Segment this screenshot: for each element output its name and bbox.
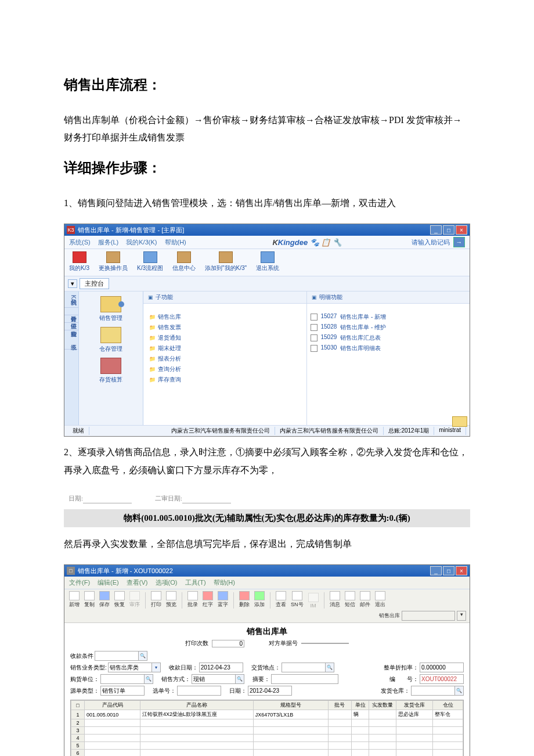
discount-field[interactable]: 0.000000 [420,663,464,672]
checkbox-icon[interactable] [311,345,317,352]
col-spec[interactable]: 规格型号 [253,701,328,710]
menu-option[interactable]: 选项(O) [156,579,178,586]
col-qty[interactable]: 实发数量 [369,701,396,710]
menu-edit[interactable]: 编辑(E) [98,579,119,586]
menu-system[interactable]: 系统(S) [69,239,91,246]
menu-help[interactable]: 帮助(H) [214,579,235,586]
ship-wh-field[interactable] [411,686,455,696]
tb-audit[interactable]: 审序 [128,591,141,609]
tb-blue[interactable]: 蓝字 [217,591,229,609]
minimize-button[interactable]: _ [430,566,442,575]
buyer-field[interactable] [100,674,145,684]
menu-help[interactable]: 帮助(H) [165,239,186,246]
tb-mail[interactable]: 邮件 [359,591,371,609]
grid-row[interactable]: 1 001.005.0010 江铃驭胜4X2柴油L款珍珠黑五座 JX6470T3… [71,710,463,719]
subfunc-item[interactable]: 销售出库 [149,312,301,322]
tb-save[interactable]: 保存 [98,591,111,609]
lookup-icon[interactable]: 🔍 [145,674,153,684]
maximize-button[interactable]: □ [443,225,454,235]
detail-item[interactable]: 15028销售出库单 - 维护 [311,322,467,333]
tb-add-myk3[interactable]: 添加到"我的K/3" [205,251,247,272]
tb-flowchart[interactable]: K/3流程图 [137,251,163,272]
module-inventory[interactable]: 存货核算 [79,358,143,384]
grid-row[interactable]: 5 [71,742,463,750]
detail-item[interactable]: 15030销售出库明细表 [311,343,467,354]
menu-view[interactable]: 查看(V) [127,579,148,586]
lookup-icon[interactable]: 🔍 [455,686,464,696]
tb-preview[interactable]: 预览 [165,591,178,609]
opposite-no-field[interactable] [301,643,349,644]
menu-myk3[interactable]: 我的K/3(K) [126,239,157,246]
checkbox-icon[interactable] [311,324,317,331]
close-button[interactable]: × [456,566,467,575]
date-input[interactable] [83,493,132,503]
minimize-button[interactable]: _ [430,225,442,235]
tab-dropdown-icon[interactable]: ▾ [68,279,77,288]
sidetab-finance[interactable]: 财务会计 [64,308,78,315]
tb-msg[interactable]: 消息 [329,591,341,609]
tb-switch-operator[interactable]: 更换操作员 [99,251,128,272]
col-batch[interactable]: 批号 [328,701,352,710]
titlebar[interactable]: □ 销售出库单 - 新增 - XOUT000022 _ □ × [64,565,470,577]
tb-sn[interactable]: SN号 [290,591,305,609]
second-date-input[interactable] [182,493,231,503]
menu-service[interactable]: 服务(L) [98,239,118,246]
checkbox-icon[interactable] [311,334,317,341]
subfunc-item[interactable]: 销售发票 [149,322,301,333]
tb-restore[interactable]: 恢复 [113,591,126,609]
checkbox-icon[interactable] [311,314,317,321]
tb-view[interactable]: 查看 [275,591,287,609]
biz-type-field[interactable]: 销售出库类 [108,663,152,672]
tb-copy[interactable]: 复制 [83,591,96,609]
tb-batch[interactable]: 批录 [186,591,199,609]
dropdown-icon[interactable]: ▾ [457,611,466,621]
sidetab-supply[interactable]: 供应链 [64,315,78,323]
grid-row[interactable]: 2 [71,719,463,727]
pick-no-field[interactable] [177,686,221,696]
lookup-icon[interactable]: ▾ [152,663,161,672]
line-item-grid[interactable]: □ 产品代码 产品名称 规格型号 批号 单位 实发数量 发货仓库 仓位 1 00… [70,700,464,756]
close-button[interactable]: × [456,225,467,235]
tb-red[interactable]: 红字 [201,591,214,609]
subfunc-item[interactable]: 报表分析 [149,354,301,364]
detail-item[interactable]: 15027销售出库单 - 新增 [311,312,467,322]
tb-exit[interactable]: 退出 [374,591,387,609]
grid-row[interactable]: 6 [71,750,463,756]
mail-icon[interactable] [452,416,467,427]
tb-info-center[interactable]: 信息中心 [172,251,196,272]
subfunc-item[interactable]: 期末处理 [149,343,301,354]
lookup-icon[interactable]: 🔍 [139,651,147,661]
sidetab-system[interactable]: 系统 [64,330,78,350]
tb-print[interactable]: 打印 [150,591,163,609]
tb-delete[interactable]: 删除 [238,591,251,609]
module-stock[interactable]: 仓存管理 [79,327,143,353]
col-code[interactable]: 产品代码 [85,701,140,710]
tb-myk3[interactable]: 我的K/3 [69,251,89,272]
tb-new[interactable]: 新增 [68,591,81,609]
menu-file[interactable]: 文件(F) [69,579,90,586]
subfunc-item[interactable]: 退货通知 [149,333,301,343]
lookup-icon[interactable]: 🔍 [326,663,334,672]
col-name[interactable]: 产品名称 [140,701,253,710]
tb-sms[interactable]: 短信 [344,591,356,609]
search-go-button[interactable]: → [453,237,465,247]
lookup-icon[interactable]: 🔍 [236,674,244,684]
receipt-term-field[interactable] [95,651,139,661]
grid-row[interactable]: 3 [71,727,463,735]
sidetab-myk3[interactable]: 我的K/3 [64,291,78,308]
date-field[interactable]: 2012-04-23 [248,686,292,696]
tb-exit[interactable]: 退出系统 [256,251,279,272]
menu-tool[interactable]: 工具(T) [185,579,206,586]
module-sales[interactable]: 销售管理 [79,296,143,322]
summary-field[interactable] [271,674,338,684]
subfunc-item[interactable]: 查询分析 [149,364,301,375]
grid-row[interactable]: 4 [71,735,463,742]
tb-add[interactable]: 添加 [253,591,266,609]
deliver-loc-field[interactable] [282,663,326,672]
detail-item[interactable]: 15029销售出库汇总表 [311,333,467,343]
doc-type-select[interactable] [402,611,455,621]
sidetab-bi[interactable]: 商业智能 [64,323,78,330]
titlebar[interactable]: K3 销售出库单 - 新增-销售管理 - [主界面] _ □ × [64,224,470,236]
tb-im[interactable]: IM [307,593,320,609]
subfunc-item[interactable]: 库存查询 [149,375,301,385]
